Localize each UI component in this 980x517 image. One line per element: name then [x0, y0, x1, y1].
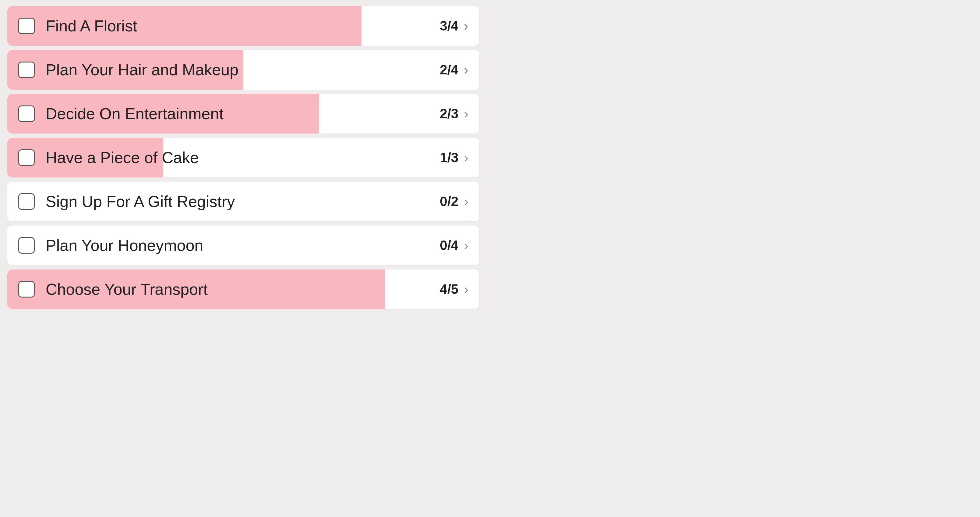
checkbox-find-a-florist[interactable]: [18, 18, 35, 34]
checkbox-plan-hair-makeup[interactable]: [18, 62, 35, 78]
item-content-plan-hair-makeup: Plan Your Hair and Makeup2/4›: [7, 61, 479, 79]
item-content-choose-transport: Choose Your Transport4/5›: [7, 280, 479, 298]
item-right-sign-up-gift-registry: 0/2›: [440, 194, 468, 209]
item-label-find-a-florist: Find A Florist: [46, 17, 440, 35]
checkbox-sign-up-gift-registry[interactable]: [18, 193, 35, 210]
item-label-plan-hair-makeup: Plan Your Hair and Makeup: [46, 61, 440, 79]
item-right-have-piece-of-cake: 1/3›: [440, 150, 468, 165]
list-item-have-piece-of-cake[interactable]: Have a Piece of Cake1/3›: [7, 138, 479, 177]
item-right-decide-entertainment: 2/3›: [440, 106, 468, 121]
item-right-find-a-florist: 3/4›: [440, 18, 468, 34]
item-content-find-a-florist: Find A Florist3/4›: [7, 17, 479, 35]
checklist: Find A Florist3/4›Plan Your Hair and Mak…: [7, 6, 479, 309]
item-content-decide-entertainment: Decide On Entertainment2/3›: [7, 105, 479, 123]
item-count-sign-up-gift-registry: 0/2: [440, 194, 458, 209]
item-count-choose-transport: 4/5: [440, 282, 458, 297]
item-label-plan-honeymoon: Plan Your Honeymoon: [46, 236, 440, 255]
item-right-plan-honeymoon: 0/4›: [440, 238, 468, 253]
list-item-choose-transport[interactable]: Choose Your Transport4/5›: [7, 270, 479, 309]
chevron-right-icon: ›: [464, 282, 468, 297]
item-count-plan-honeymoon: 0/4: [440, 238, 458, 253]
chevron-right-icon: ›: [464, 106, 468, 121]
chevron-right-icon: ›: [464, 150, 468, 165]
item-count-have-piece-of-cake: 1/3: [440, 150, 458, 165]
item-label-decide-entertainment: Decide On Entertainment: [46, 105, 440, 123]
list-item-plan-hair-makeup[interactable]: Plan Your Hair and Makeup2/4›: [7, 50, 479, 89]
checkbox-have-piece-of-cake[interactable]: [18, 149, 35, 166]
checkbox-choose-transport[interactable]: [18, 281, 35, 297]
chevron-right-icon: ›: [464, 238, 468, 253]
list-item-find-a-florist[interactable]: Find A Florist3/4›: [7, 6, 479, 46]
item-count-decide-entertainment: 2/3: [440, 106, 458, 121]
item-count-find-a-florist: 3/4: [440, 18, 458, 34]
chevron-right-icon: ›: [464, 194, 468, 209]
item-right-choose-transport: 4/5›: [440, 282, 468, 297]
item-label-sign-up-gift-registry: Sign Up For A Gift Registry: [46, 192, 440, 211]
chevron-right-icon: ›: [464, 18, 468, 34]
item-right-plan-hair-makeup: 2/4›: [440, 62, 468, 77]
list-item-sign-up-gift-registry[interactable]: Sign Up For A Gift Registry0/2›: [7, 182, 479, 221]
item-label-choose-transport: Choose Your Transport: [46, 280, 440, 298]
item-content-have-piece-of-cake: Have a Piece of Cake1/3›: [7, 148, 479, 167]
item-count-plan-hair-makeup: 2/4: [440, 62, 458, 77]
list-item-decide-entertainment[interactable]: Decide On Entertainment2/3›: [7, 94, 479, 134]
list-item-plan-honeymoon[interactable]: Plan Your Honeymoon0/4›: [7, 226, 479, 265]
item-content-plan-honeymoon: Plan Your Honeymoon0/4›: [7, 236, 479, 255]
chevron-right-icon: ›: [464, 62, 468, 77]
item-content-sign-up-gift-registry: Sign Up For A Gift Registry0/2›: [7, 192, 479, 211]
checkbox-plan-honeymoon[interactable]: [18, 237, 35, 254]
item-label-have-piece-of-cake: Have a Piece of Cake: [46, 148, 440, 167]
checkbox-decide-entertainment[interactable]: [18, 105, 35, 122]
